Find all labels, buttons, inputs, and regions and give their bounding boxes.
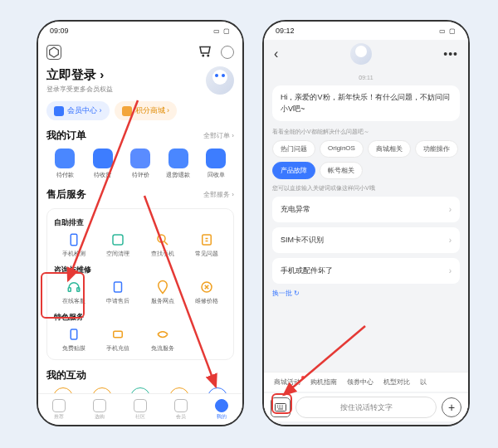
- list-charging[interactable]: 充电异常›: [272, 197, 460, 222]
- interact-head: 我的互动: [46, 368, 234, 382]
- space-clean[interactable]: 空间清理: [98, 231, 138, 258]
- list-sim[interactable]: SIM卡不识别›: [272, 227, 460, 253]
- avatar[interactable]: [206, 66, 234, 95]
- phone-icon: [66, 231, 82, 248]
- login-row[interactable]: 立即登录 › 登录享受更多会员权益: [46, 66, 234, 95]
- hint-2: 您可以直接输入关键词或像这样问小V哦: [272, 184, 460, 192]
- chevron-right-icon: ›: [449, 266, 452, 275]
- film-icon: [66, 326, 82, 343]
- service-title: 售后服务: [46, 187, 86, 202]
- svg-rect-3: [71, 234, 77, 246]
- bot-avatar: [350, 43, 372, 65]
- clean-icon: [110, 231, 126, 248]
- nav-mine[interactable]: 我的: [215, 399, 228, 421]
- service-card: 自助排查 手机检测 空间清理 查找手机 常见问题 咨询与维修 在线客服 申请售后…: [46, 208, 234, 360]
- pill-row: 会员中心 › 积分商城 ›: [46, 101, 234, 120]
- nav-shop[interactable]: 选购: [93, 399, 106, 421]
- chip-row: 热门问题 OriginOS 商城相关 功能操作 产品故障 帐号相关: [272, 140, 460, 179]
- orders-head: 我的订单 全部订单 ›: [46, 129, 234, 143]
- svg-point-2: [208, 55, 209, 56]
- gift-icon: [122, 106, 132, 116]
- recharge-icon: [110, 326, 126, 343]
- faq[interactable]: 常见问题: [187, 231, 227, 258]
- apply-service[interactable]: 申请售后: [98, 279, 138, 305]
- price-icon: [198, 279, 215, 295]
- cart-icon[interactable]: [198, 43, 212, 61]
- order-refund[interactable]: 退货/退款: [162, 149, 195, 179]
- question-icon: [198, 231, 215, 248]
- service-points[interactable]: 服务网点: [143, 279, 183, 305]
- keyboard-button[interactable]: [271, 397, 290, 417]
- chevron-right-icon: ›: [449, 205, 452, 214]
- service-more[interactable]: 全部服务 ›: [203, 190, 234, 199]
- list-broken[interactable]: 手机或配件坏了›: [272, 258, 460, 284]
- repair-price[interactable]: 维修价格: [187, 279, 227, 305]
- status-icons: ▭ ▢: [213, 27, 231, 35]
- interact-1[interactable]: [53, 387, 73, 393]
- svg-rect-7: [68, 288, 71, 292]
- order-pending-review[interactable]: 待评价: [124, 149, 157, 179]
- quick-row: 商城活动 购机指南 领券中心 机型对比 以: [264, 372, 468, 392]
- input-row: 按住说话转文字 +: [264, 393, 468, 421]
- user-icon: [215, 399, 228, 412]
- points-mall-pill[interactable]: 积分商城 ›: [115, 101, 178, 120]
- svg-rect-9: [115, 282, 122, 292]
- theme-icon[interactable]: [221, 46, 234, 59]
- refresh-button[interactable]: 换一批 ↻: [272, 289, 460, 298]
- interact-title: 我的互动: [46, 368, 86, 382]
- interact-2[interactable]: [92, 387, 112, 393]
- badge-dot: [301, 376, 305, 379]
- chip-mall[interactable]: 商城相关: [368, 140, 411, 158]
- quick-compare[interactable]: 机型对比: [383, 377, 410, 387]
- chip-function[interactable]: 功能操作: [415, 140, 458, 158]
- bottom-nav: 推荐 选购 社区 会员 我的: [38, 393, 242, 425]
- diamond-icon: [54, 106, 64, 116]
- online-service[interactable]: 在线客服: [54, 279, 94, 305]
- phone-check[interactable]: 手机检测: [54, 231, 94, 258]
- find-phone[interactable]: 查找手机: [143, 231, 183, 258]
- order-pending-pay[interactable]: 待付款: [48, 149, 81, 179]
- nav-recommend[interactable]: 推荐: [52, 399, 66, 421]
- status-icons: ▭ ▢: [439, 27, 456, 35]
- svg-rect-11: [71, 329, 77, 339]
- order-recycle[interactable]: 回收单: [199, 149, 232, 179]
- quick-activity[interactable]: 商城活动: [274, 377, 300, 387]
- back-icon[interactable]: ‹: [274, 46, 278, 61]
- status-bar: 09:09 ▭ ▢: [38, 22, 242, 40]
- bag-icon: [93, 399, 106, 412]
- chip-hot[interactable]: 热门问题: [272, 140, 315, 158]
- interact-4[interactable]: [169, 387, 189, 393]
- settings-icon[interactable]: [46, 45, 61, 60]
- community-icon: [134, 399, 147, 412]
- refund-icon: [168, 149, 188, 168]
- voice-input[interactable]: 按住说话转文字: [295, 397, 437, 418]
- crown-icon: [174, 399, 188, 412]
- plus-button[interactable]: +: [442, 397, 461, 417]
- headset-icon: [66, 279, 82, 295]
- orders-row: 待付款 待收货 待评价 退货/退款 回收单: [46, 149, 234, 179]
- service-head: 售后服务 全部服务 ›: [46, 187, 234, 202]
- quick-more[interactable]: 以: [420, 377, 427, 387]
- recycle-icon: [206, 149, 226, 168]
- member-center-pill[interactable]: 会员中心 ›: [46, 101, 110, 120]
- chip-account[interactable]: 帐号相关: [320, 162, 363, 179]
- orders-more[interactable]: 全部订单 ›: [203, 131, 234, 140]
- more-icon[interactable]: •••: [443, 47, 458, 61]
- phone-recharge[interactable]: 手机充值: [98, 326, 138, 353]
- chat-header: ‹ •••: [264, 40, 468, 68]
- special-title: 特色服务: [54, 312, 227, 323]
- svg-rect-12: [114, 331, 123, 338]
- chip-product-fault[interactable]: 产品故障: [272, 162, 315, 179]
- free-film[interactable]: 免费贴膜: [54, 326, 94, 353]
- nav-community[interactable]: 社区: [134, 399, 147, 421]
- phone-right: 09:12 ▭ ▢ ‹ ••• 09:11 Hi，亲爱的V粉，新年快乐！有什么问…: [262, 20, 470, 426]
- order-pending-receive[interactable]: 待收货: [86, 149, 120, 179]
- chip-originos[interactable]: OriginOS: [320, 140, 364, 158]
- interact-5[interactable]: [208, 387, 227, 393]
- hint-1: 看看全能的小V都能解决什么问题吧～: [272, 128, 460, 136]
- nav-member[interactable]: 会员: [174, 399, 188, 421]
- free-flow[interactable]: 免流服务: [143, 326, 183, 353]
- quick-guide[interactable]: 购机指南: [310, 377, 337, 387]
- interact-3[interactable]: [130, 387, 150, 393]
- quick-coupon[interactable]: 领券中心: [347, 377, 374, 387]
